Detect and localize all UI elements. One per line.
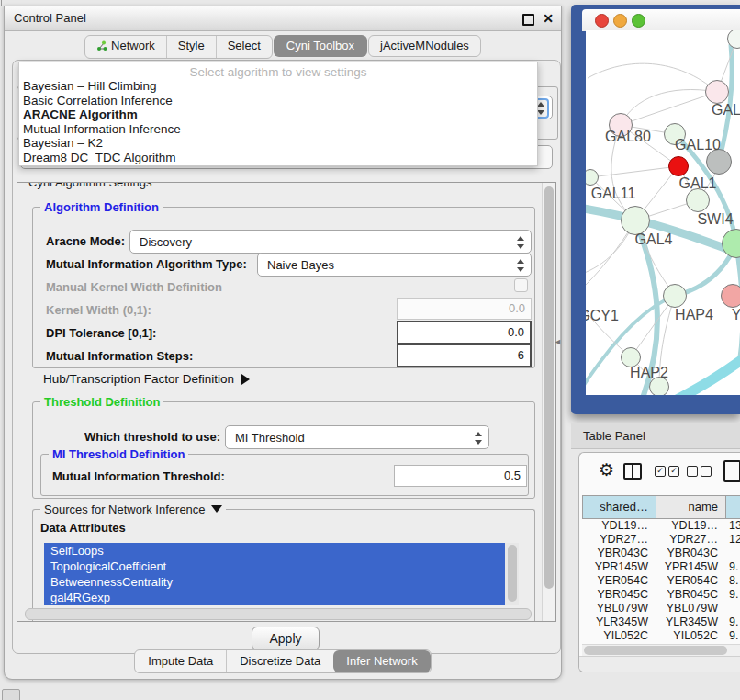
panel-splitter-handle[interactable]: ◄ bbox=[554, 337, 562, 346]
settings-scrollbar-track[interactable] bbox=[542, 183, 555, 621]
collapse-down-icon bbox=[211, 505, 222, 513]
table-row[interactable]: YDL19…YDL19…13 bbox=[582, 519, 740, 533]
select-all-icon[interactable]: ✓✓ bbox=[655, 466, 679, 477]
close-icon[interactable]: ✕ bbox=[543, 10, 554, 27]
stepper-icon[interactable] bbox=[472, 430, 485, 446]
table-hscrollbar-thumb[interactable] bbox=[584, 646, 727, 655]
mac-close-icon[interactable] bbox=[595, 14, 609, 28]
which-threshold-combobox[interactable]: MI Threshold bbox=[225, 425, 489, 449]
attribute-list-item-selected[interactable]: BetweennessCentrality bbox=[44, 574, 519, 590]
attribute-list-item-selected[interactable]: SelfLoops bbox=[44, 543, 519, 559]
tab-group-left: Network Style Select bbox=[84, 35, 273, 59]
columns-icon[interactable] bbox=[623, 463, 642, 480]
table-row[interactable]: YBL079WYBL079W bbox=[582, 602, 740, 615]
settings-scrollbar-thumb[interactable] bbox=[544, 186, 554, 589]
horizontal-scrollbar-thumb[interactable] bbox=[25, 608, 532, 620]
tab-jactivemnodules[interactable]: jActiveMNodules bbox=[369, 36, 480, 56]
expand-right-icon bbox=[241, 374, 250, 385]
node-label: Y bbox=[732, 307, 740, 323]
network-window-titlebar[interactable] bbox=[582, 9, 740, 31]
algorithm-option[interactable]: Dream8 DC_TDC Algorithm bbox=[19, 151, 537, 165]
table-cell: YDR27… bbox=[656, 533, 725, 547]
stepper-icon[interactable] bbox=[514, 234, 527, 251]
algorithm-option[interactable]: Bayesian – K2 bbox=[19, 136, 537, 151]
node-label: HAP4 bbox=[675, 307, 713, 323]
table-hscrollbar-track[interactable] bbox=[582, 644, 740, 657]
data-attributes-list[interactable]: SelfLoopsTopologicalCoefficientBetweenne… bbox=[44, 543, 519, 605]
column-header-partial[interactable] bbox=[725, 495, 740, 519]
manual-kernel-label: Manual Kernel Width Definition bbox=[46, 280, 222, 294]
table-cell: YBR045C bbox=[582, 588, 656, 602]
gear-icon[interactable]: ⚙ bbox=[599, 461, 614, 479]
table-row[interactable]: YPR145WYPR145W9. bbox=[582, 560, 740, 574]
dpi-tolerance-input[interactable]: 0.0 bbox=[397, 321, 532, 344]
table-body: YDL19…YDL19…13YDR27…YDR27…12YBR043CYBR04… bbox=[582, 519, 740, 644]
table-cell: 13 bbox=[725, 519, 740, 533]
network-node[interactable] bbox=[668, 156, 689, 176]
table-panel-footer bbox=[579, 656, 740, 672]
tab-select[interactable]: Select bbox=[216, 36, 272, 58]
table-cell: YER054C bbox=[582, 574, 656, 588]
table-row[interactable]: YER054CYER054C8. bbox=[582, 574, 740, 588]
attribute-list-item-selected[interactable]: gal4RGexp bbox=[44, 590, 519, 605]
minimized-panel-chip[interactable] bbox=[2, 689, 20, 700]
table-cell: YLR345W bbox=[582, 615, 656, 629]
network-node[interactable] bbox=[663, 284, 687, 308]
mac-zoom-icon[interactable] bbox=[632, 14, 645, 28]
algorithm-option[interactable]: Basic Correlation Inference bbox=[19, 94, 537, 108]
table-panel: ⚙ ✓✓ shared… name YDL19…YDL19…13YDR27…YD… bbox=[578, 452, 740, 672]
table-row[interactable]: YDR27…YDR27…12 bbox=[582, 533, 740, 547]
deselect-all-icon[interactable] bbox=[687, 466, 712, 477]
table-row[interactable]: YIL052CYIL052C9. bbox=[582, 629, 740, 643]
table-panel-titlebar[interactable]: Table Panel bbox=[571, 423, 740, 449]
settings-legend: Cyni Algorithm Settings bbox=[25, 182, 155, 189]
dropdown-items: Bayesian – Hill ClimbingBasic Correlatio… bbox=[19, 79, 537, 165]
tab-impute-data[interactable]: Impute Data bbox=[135, 650, 226, 672]
algorithm-option[interactable]: Mutual Information Inference bbox=[19, 122, 537, 137]
sources-legend[interactable]: Sources for Network Inference bbox=[40, 502, 226, 516]
mi-steps-input[interactable]: 6 bbox=[397, 344, 532, 367]
aracne-mode-label: Aracne Mode: bbox=[46, 234, 125, 248]
mac-minimize-icon[interactable] bbox=[613, 14, 627, 28]
mi-threshold-input[interactable]: 0.5 bbox=[394, 465, 527, 487]
table-cell: 12 bbox=[725, 533, 740, 547]
tab-group-right: jActiveMNodules bbox=[368, 35, 481, 57]
list-scrollbar-thumb[interactable] bbox=[508, 545, 517, 602]
attribute-list-item-selected[interactable]: TopologicalCoefficient bbox=[44, 559, 519, 574]
aracne-mode-combobox[interactable]: Discovery bbox=[129, 230, 532, 254]
threshold-definition-group: Threshold Definition Which threshold to … bbox=[32, 401, 535, 499]
tab-style[interactable]: Style bbox=[166, 36, 216, 58]
network-node[interactable] bbox=[705, 80, 729, 104]
network-view-window[interactable]: GALGAL80GAL10GAL1SWI4GAL11GAL4GCY1HAP4YH… bbox=[571, 5, 740, 414]
table-row[interactable]: YLR345WYLR345W9. bbox=[582, 615, 740, 629]
apply-button[interactable]: Apply bbox=[252, 627, 320, 650]
table-row[interactable]: YBR043CYBR043C bbox=[582, 547, 740, 560]
window-edge-tick bbox=[1, 0, 2, 6]
algorithm-option[interactable]: ARACNE Algorithm bbox=[19, 107, 537, 122]
network-node[interactable] bbox=[721, 284, 740, 308]
list-scrollbar-track[interactable] bbox=[505, 543, 519, 605]
hub-section-toggle[interactable]: Hub/Transcription Factor Definition bbox=[43, 372, 250, 386]
kernel-width-input[interactable]: 0.0 bbox=[397, 298, 532, 320]
mi-type-combobox[interactable]: Naive Bayes bbox=[257, 253, 532, 277]
dpi-tolerance-label: DPI Tolerance [0,1]: bbox=[46, 326, 156, 340]
control-panel-titlebar[interactable]: Control Panel ✕ bbox=[5, 6, 561, 31]
table-cell: YLR345W bbox=[656, 615, 725, 629]
manual-kernel-checkbox[interactable] bbox=[514, 278, 528, 292]
tab-discretize-data[interactable]: Discretize Data bbox=[226, 650, 333, 672]
float-window-icon[interactable] bbox=[522, 14, 534, 26]
algorithm-option[interactable]: Bayesian – Hill Climbing bbox=[19, 79, 537, 94]
column-header-shared-name[interactable]: shared… bbox=[582, 495, 656, 519]
import-table-icon[interactable] bbox=[723, 460, 740, 482]
table-cell: 9. bbox=[725, 560, 740, 574]
stepper-icon[interactable] bbox=[514, 257, 527, 274]
tab-network[interactable]: Network bbox=[85, 36, 166, 58]
tab-cyni-toolbox[interactable]: Cyni Toolbox bbox=[274, 35, 367, 57]
table-row[interactable]: YBR045CYBR045C9. bbox=[582, 588, 740, 602]
table-cell: 9. bbox=[725, 629, 740, 643]
column-header-name[interactable]: name bbox=[656, 495, 725, 519]
table-cell: YPR145W bbox=[582, 560, 656, 574]
sources-group: Sources for Network Inference Data Attri… bbox=[32, 509, 535, 622]
network-canvas[interactable]: GALGAL80GAL10GAL1SWI4GAL11GAL4GCY1HAP4YH… bbox=[586, 30, 740, 395]
tab-infer-network[interactable]: Infer Network bbox=[333, 650, 430, 672]
